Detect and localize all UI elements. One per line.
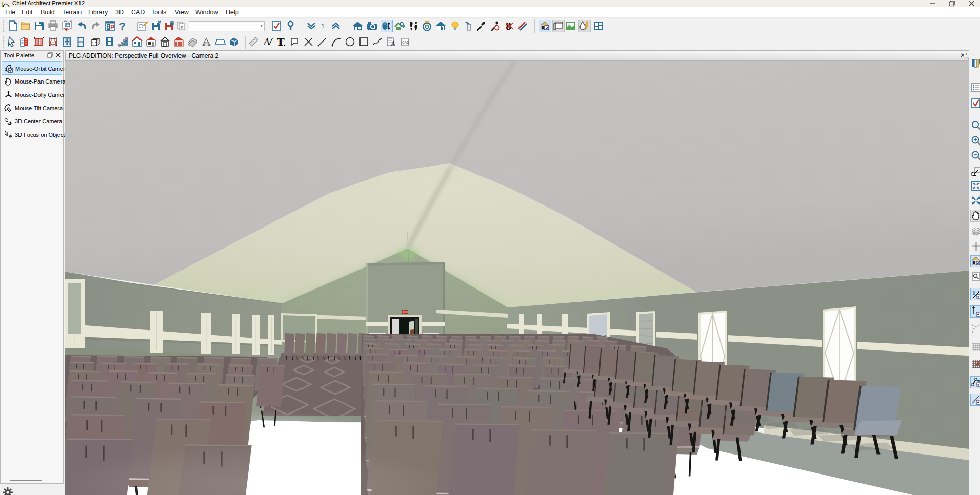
- svg-text:CAD: CAD: [402, 40, 409, 44]
- svg-text:P: P: [110, 24, 114, 31]
- svg-text:A: A: [263, 36, 270, 47]
- svg-text:8: 8: [506, 20, 511, 31]
- svg-text:T: T: [277, 36, 285, 47]
- svg-text:P: P: [181, 25, 183, 30]
- svg-text:?: ?: [119, 20, 126, 31]
- svg-text:A: A: [390, 40, 395, 47]
